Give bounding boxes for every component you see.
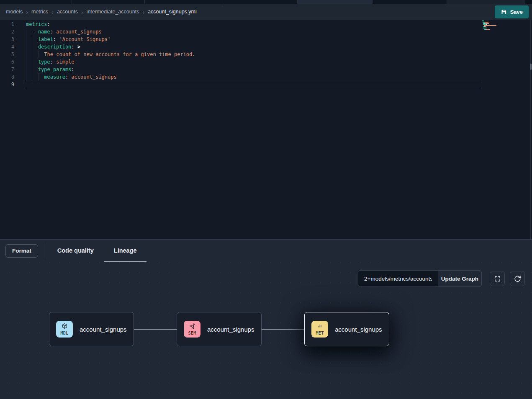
editor-tab-stub[interactable] bbox=[373, 0, 447, 4]
code-editor[interactable]: 1metrics:2 - name: account_signups3 labe… bbox=[0, 20, 532, 239]
minimap-line bbox=[482, 26, 486, 27]
code-line[interactable]: 4 description: > bbox=[0, 43, 532, 51]
editor-tab-stub[interactable] bbox=[0, 0, 72, 4]
breadcrumb-item[interactable]: intermediate_accounts bbox=[87, 9, 139, 15]
code-token: measure bbox=[44, 74, 65, 80]
code-line[interactable]: 2 - name: account_signups bbox=[0, 28, 532, 36]
breadcrumb-item[interactable]: metrics bbox=[31, 9, 48, 15]
line-number: 3 bbox=[0, 36, 14, 43]
update-graph-button[interactable]: Update Graph bbox=[438, 271, 481, 286]
breadcrumb-bar: models›metrics›accounts›intermediate_acc… bbox=[0, 4, 532, 20]
save-floppy-icon bbox=[501, 9, 507, 15]
lineage-selector-input[interactable] bbox=[358, 271, 438, 286]
code-lines: 1metrics:2 - name: account_signups3 labe… bbox=[0, 20, 532, 88]
code-token: type bbox=[38, 59, 50, 65]
line-text: label: 'Account Signups' bbox=[26, 36, 111, 43]
minimap-segment bbox=[484, 25, 496, 26]
tab-lineage[interactable]: Lineage bbox=[107, 240, 144, 262]
code-line[interactable]: 5 The count of new accounts for a given … bbox=[0, 51, 532, 58]
code-token: The count of new accounts for a given ti… bbox=[44, 51, 195, 57]
lineage-selector-group: Update Graph bbox=[358, 270, 482, 287]
minimap-segment bbox=[485, 22, 488, 23]
editor-tab-stub[interactable] bbox=[72, 0, 145, 4]
code-token: > bbox=[77, 44, 80, 50]
minimap-segment bbox=[485, 26, 486, 27]
breadcrumb-item[interactable]: accounts bbox=[57, 9, 78, 15]
semantic-graph-icon bbox=[189, 323, 195, 331]
line-text: type_params: bbox=[26, 66, 75, 73]
line-number: 4 bbox=[0, 43, 14, 51]
editor-tab-stub[interactable] bbox=[447, 0, 525, 4]
breadcrumb: models›metrics›accounts›intermediate_acc… bbox=[6, 9, 197, 15]
lineage-graph-canvas[interactable]: Update Graph MDLaccount_signupsSEMaccoun… bbox=[0, 262, 532, 399]
line-number: 1 bbox=[0, 20, 14, 28]
editor-tab-stub[interactable] bbox=[145, 0, 223, 4]
minimap-line bbox=[482, 20, 484, 21]
code-token: name bbox=[38, 29, 50, 35]
format-button[interactable]: Format bbox=[5, 244, 38, 258]
minimap-segment bbox=[486, 28, 486, 28]
code-token: : bbox=[50, 29, 53, 35]
minimap-segment bbox=[483, 24, 486, 25]
lineage-edge bbox=[262, 329, 304, 330]
indent-guide bbox=[26, 66, 32, 73]
line-number: 8 bbox=[0, 73, 14, 81]
metric-chart-icon bbox=[317, 323, 323, 331]
code-token: 'Account Signups' bbox=[59, 36, 111, 42]
editor-tab-stub[interactable] bbox=[298, 0, 373, 4]
code-line[interactable]: 8 measure: account_signups bbox=[0, 73, 532, 81]
indent-guide bbox=[26, 51, 32, 58]
minimap[interactable] bbox=[482, 20, 506, 39]
code-token: label bbox=[38, 36, 53, 42]
lineage-edge bbox=[134, 329, 177, 330]
save-button[interactable]: Save bbox=[495, 5, 529, 18]
code-line[interactable]: 7 type_params: bbox=[0, 66, 532, 73]
model-cube-badge: MDL bbox=[56, 321, 73, 338]
node-label: account_signups bbox=[335, 326, 382, 333]
indent-guide bbox=[26, 36, 32, 43]
editor-scrollbar-thumb[interactable] bbox=[530, 64, 532, 70]
indent-guide bbox=[26, 58, 32, 66]
line-number: 5 bbox=[0, 51, 14, 58]
indent-guide bbox=[32, 58, 38, 66]
fullscreen-icon bbox=[494, 275, 501, 282]
line-number: 2 bbox=[0, 28, 14, 36]
code-token: account_signups bbox=[56, 29, 101, 35]
save-button-label: Save bbox=[510, 9, 523, 15]
node-label: account_signups bbox=[80, 326, 127, 333]
code-line[interactable]: 3 label: 'Account Signups' bbox=[0, 36, 532, 43]
code-line[interactable]: 6 type: simple bbox=[0, 58, 532, 66]
line-text: description: > bbox=[26, 43, 80, 51]
fullscreen-button[interactable] bbox=[490, 271, 505, 286]
code-line[interactable]: 1metrics: bbox=[0, 20, 532, 28]
breadcrumb-item[interactable]: models bbox=[6, 9, 23, 15]
indent-guide bbox=[32, 51, 38, 58]
code-token bbox=[75, 44, 77, 50]
tab-code-quality[interactable]: Code quality bbox=[50, 240, 101, 262]
line-text: metrics: bbox=[26, 20, 50, 28]
minimap-segment bbox=[486, 29, 490, 30]
minimap-line bbox=[482, 24, 487, 25]
breadcrumb-separator-icon: › bbox=[142, 9, 144, 15]
code-token: : bbox=[71, 44, 74, 50]
editor-tab-stub[interactable] bbox=[223, 0, 298, 4]
lineage-node-mdl[interactable]: MDLaccount_signups bbox=[49, 312, 134, 346]
lineage-node-met[interactable]: METaccount_signups bbox=[304, 312, 389, 346]
code-token: : bbox=[47, 21, 50, 27]
metric-chart-badge: MET bbox=[311, 321, 328, 338]
code-token: : bbox=[71, 66, 74, 72]
code-token: type_params bbox=[38, 66, 71, 72]
lineage-node-sem[interactable]: SEMaccount_signups bbox=[177, 312, 262, 346]
code-token: : bbox=[50, 59, 53, 65]
code-line-current[interactable]: 9 bbox=[0, 81, 532, 88]
line-text: type: simple bbox=[26, 58, 75, 66]
indent-guide bbox=[38, 51, 44, 58]
indent-guide bbox=[26, 43, 32, 51]
editor-scroll-track bbox=[530, 20, 531, 239]
model-cube-icon bbox=[62, 323, 68, 331]
breadcrumb-item[interactable]: account_signups.yml bbox=[148, 9, 197, 15]
code-token: - bbox=[32, 29, 38, 35]
node-label: account_signups bbox=[207, 326, 254, 333]
refresh-button[interactable] bbox=[510, 271, 525, 286]
node-type-label: MET bbox=[316, 331, 324, 335]
